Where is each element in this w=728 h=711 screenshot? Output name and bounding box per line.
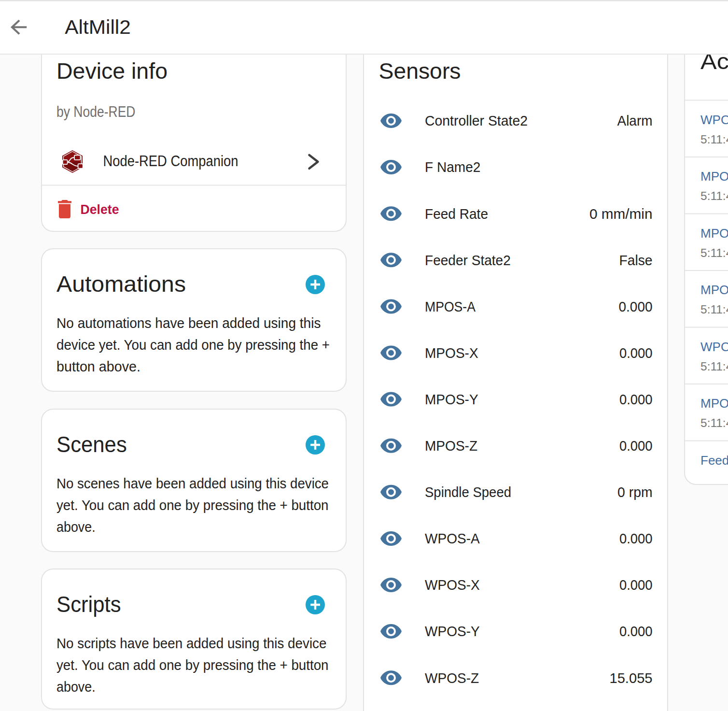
svg-text:MPOS-Y: MPOS-Y [700, 283, 728, 297]
svg-text:WPOS-X: WPOS-X [700, 113, 728, 127]
svg-text:0 mm/min: 0 mm/min [589, 206, 653, 222]
svg-text:MPOS-X: MPOS-X [425, 345, 478, 361]
svg-text:AltMill2: AltMill2 [65, 16, 130, 38]
svg-text:No automations have been added: No automations have been added using thi… [56, 315, 321, 331]
svg-text:MPOS-A: MPOS-A [700, 169, 728, 184]
svg-text:F Name2: F Name2 [425, 159, 480, 175]
svg-text:WPOS-Z: WPOS-Z [425, 670, 479, 686]
svg-text:0.000: 0.000 [619, 345, 653, 361]
svg-text:Scripts: Scripts [56, 591, 121, 617]
svg-text:0 rpm: 0 rpm [617, 484, 652, 500]
svg-text:5:11:43 PM: 5:11:43 PM [700, 246, 728, 259]
svg-text:False: False [619, 252, 653, 268]
svg-text:MPOS-Z: MPOS-Z [700, 396, 728, 411]
svg-text:above.: above. [56, 519, 96, 535]
svg-text:device yet. You can add one by: device yet. You can add one by pressing … [56, 337, 330, 353]
svg-text:5:11:43 PM: 5:11:43 PM [700, 189, 728, 202]
svg-text:MPOS-Y: MPOS-Y [425, 391, 478, 407]
svg-text:Controller State2: Controller State2 [425, 113, 528, 128]
svg-text:by Node-RED: by Node-RED [56, 103, 136, 120]
svg-text:0.000: 0.000 [619, 299, 653, 314]
svg-text:WPOS-Y: WPOS-Y [425, 623, 480, 639]
svg-text:No scenes have been added usin: No scenes have been added using this dev… [56, 475, 329, 491]
svg-text:Automations: Automations [56, 271, 186, 297]
svg-text:Feeder State2: Feeder State2 [425, 252, 511, 268]
svg-text:WPOS-A: WPOS-A [425, 530, 480, 546]
svg-text:yet. You can add one by pressi: yet. You can add one by pressing the + b… [56, 657, 329, 673]
svg-text:Feed Rate: Feed Rate [425, 206, 488, 222]
svg-text:WPOS-Y: WPOS-Y [700, 340, 728, 354]
svg-text:5:11:43 PM: 5:11:43 PM [700, 303, 728, 316]
svg-text:Scenes: Scenes [56, 431, 127, 457]
svg-text:MPOS-A: MPOS-A [425, 299, 476, 314]
svg-text:15.055: 15.055 [610, 670, 653, 686]
svg-text:0.000: 0.000 [619, 577, 653, 593]
svg-text:0.000: 0.000 [619, 530, 653, 546]
svg-text:above.: above. [56, 679, 96, 695]
svg-text:MPOS-Z: MPOS-Z [425, 438, 477, 454]
svg-text:MPOS-X: MPOS-X [700, 226, 728, 241]
svg-text:0.000: 0.000 [619, 623, 653, 639]
svg-text:yet. You can add one by pressi: yet. You can add one by pressing the + b… [56, 497, 329, 513]
svg-text:0.000: 0.000 [619, 391, 653, 407]
svg-text:5:11:43 PM: 5:11:43 PM [700, 416, 728, 429]
svg-text:Node-RED Companion: Node-RED Companion [103, 153, 238, 170]
svg-text:Device info: Device info [56, 58, 168, 84]
svg-text:Spindle Speed: Spindle Speed [425, 484, 511, 500]
svg-text:No scripts have been added usi: No scripts have been added using this de… [56, 635, 327, 651]
svg-text:button above.: button above. [56, 358, 140, 374]
svg-text:5:11:43 PM: 5:11:43 PM [700, 360, 728, 373]
svg-text:Feed Rate: Feed Rate [700, 453, 728, 468]
svg-text:Sensors: Sensors [379, 58, 461, 84]
svg-text:5:11:43 PM: 5:11:43 PM [700, 133, 728, 146]
svg-text:WPOS-X: WPOS-X [425, 577, 480, 593]
svg-text:Delete: Delete [81, 202, 119, 217]
svg-text:0.000: 0.000 [619, 438, 653, 454]
svg-text:Alarm: Alarm [617, 113, 653, 128]
